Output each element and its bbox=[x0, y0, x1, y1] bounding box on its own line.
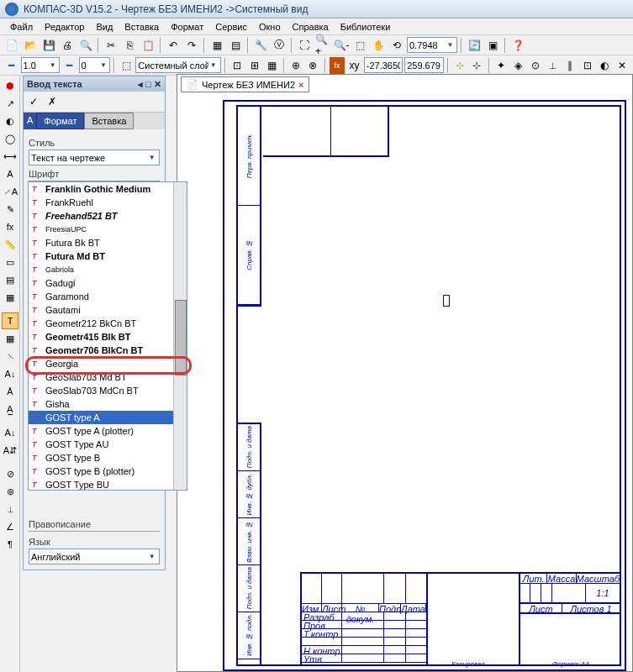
lt-dim-icon[interactable]: ⟷ bbox=[2, 148, 18, 165]
font-option[interactable]: Franklin Gothic Medium bbox=[29, 182, 187, 196]
t5-icon[interactable]: ⊗ bbox=[305, 57, 321, 74]
lt-a1-icon[interactable]: A↓ bbox=[2, 365, 18, 382]
y-combo[interactable] bbox=[404, 57, 443, 73]
lt-spec-icon[interactable]: ▤ bbox=[2, 271, 18, 288]
font-option[interactable]: GOST Type AU bbox=[29, 438, 187, 451]
font-option[interactable]: FreesiaUPC bbox=[29, 223, 187, 236]
menu-Сервис[interactable]: Сервис bbox=[210, 20, 252, 34]
lt-line-icon[interactable]: ⟍ bbox=[2, 348, 18, 365]
snap2-icon[interactable]: ⊹ bbox=[469, 57, 485, 74]
menu-Справка[interactable]: Справка bbox=[287, 20, 334, 34]
font-option[interactable]: Futura Md BT bbox=[29, 249, 187, 263]
zoom-sel-icon[interactable]: ⬚ bbox=[351, 37, 368, 54]
menu-Вставка[interactable]: Вставка bbox=[119, 20, 164, 34]
lt-sel-icon[interactable]: ▭ bbox=[2, 254, 18, 270]
panel-header[interactable]: Ввод текста ◂ □ ✕ bbox=[24, 76, 165, 92]
lt-1-icon[interactable]: ↗ bbox=[2, 95, 18, 112]
snap10-icon[interactable]: ✕ bbox=[615, 57, 630, 74]
style-icon[interactable]: ━ bbox=[61, 57, 77, 74]
snap3-icon[interactable]: ✦ bbox=[493, 57, 509, 74]
font-option[interactable]: Geometr212 BkCn BT bbox=[29, 317, 187, 330]
vars-icon[interactable]: ⓥ bbox=[271, 37, 287, 54]
scroll-thumb[interactable] bbox=[175, 300, 187, 375]
font-option[interactable]: GeoSlab703 Md BT bbox=[29, 370, 187, 384]
lt-c5-icon[interactable]: ¶ bbox=[2, 536, 18, 553]
t3-icon[interactable]: ▦ bbox=[264, 57, 280, 74]
x-combo[interactable] bbox=[364, 57, 403, 73]
menu-Файл[interactable]: Файл bbox=[5, 20, 38, 34]
font-option[interactable]: GOST Type BU bbox=[29, 478, 187, 490]
lt-table-icon[interactable]: ▦ bbox=[2, 330, 18, 347]
lt-meas-icon[interactable]: 📏 bbox=[2, 236, 18, 253]
font-option[interactable]: Gabriola bbox=[29, 263, 187, 276]
help-icon[interactable]: ❓ bbox=[509, 37, 526, 54]
paste-icon[interactable]: 📋 bbox=[140, 37, 156, 54]
zoom-out-icon[interactable]: 🔍- bbox=[333, 37, 350, 54]
font-option[interactable]: Futura Bk BT bbox=[29, 236, 187, 249]
refresh-icon[interactable]: 🔄 bbox=[466, 37, 483, 54]
lt-geom-icon[interactable]: ◯ bbox=[2, 130, 18, 147]
new-icon[interactable]: 📄 bbox=[3, 37, 20, 54]
layer-combo[interactable]: ▼ bbox=[135, 57, 221, 73]
font-option[interactable]: GOST type A bbox=[29, 411, 187, 424]
t2-icon[interactable]: ⊞ bbox=[246, 57, 262, 74]
layer-icon[interactable]: ⬚ bbox=[119, 57, 135, 74]
rotate-icon[interactable]: ⟲ bbox=[388, 37, 405, 54]
lt-rep-icon[interactable]: ▦ bbox=[2, 289, 18, 306]
lt-edit-icon[interactable]: ✎ bbox=[2, 201, 18, 218]
line-style-icon[interactable]: ━ bbox=[3, 57, 19, 74]
lang-input[interactable] bbox=[31, 552, 146, 562]
tool-icon[interactable]: ▤ bbox=[227, 37, 244, 54]
zoom-input[interactable] bbox=[409, 40, 446, 50]
snap7-icon[interactable]: ∥ bbox=[562, 57, 578, 74]
font-option[interactable]: GOST type B (plotter) bbox=[29, 465, 187, 478]
zoom-combo[interactable]: ▼ bbox=[407, 37, 457, 53]
snap9-icon[interactable]: ◐ bbox=[597, 57, 613, 74]
canvas[interactable]: 📄 Чертеж БЕЗ ИМЕНИ2 × Перв. примен.Справ… bbox=[177, 74, 633, 672]
tab-insert[interactable]: Вставка bbox=[84, 113, 134, 129]
val2-combo[interactable]: ▼ bbox=[79, 57, 110, 73]
scrollbar[interactable] bbox=[173, 182, 187, 490]
cancel-icon[interactable]: ✗ bbox=[44, 93, 61, 110]
lt-c3-icon[interactable]: ⟂ bbox=[2, 501, 18, 517]
lt-ac-icon[interactable]: A⇵ bbox=[2, 442, 18, 459]
lt-text2-icon[interactable]: ⟋A bbox=[2, 183, 18, 200]
y-input[interactable] bbox=[407, 60, 440, 71]
preview-icon[interactable]: 🔍 bbox=[77, 37, 94, 54]
menu-Библиотеки[interactable]: Библиотеки bbox=[335, 20, 396, 34]
print-icon[interactable]: 🖨 bbox=[59, 37, 76, 54]
scale-combo[interactable]: ▼ bbox=[21, 57, 60, 73]
ok-icon[interactable]: ✓ bbox=[25, 93, 42, 110]
snap4-icon[interactable]: ◈ bbox=[510, 57, 526, 74]
close-icon[interactable]: × bbox=[298, 80, 303, 90]
font-option[interactable]: Geometr706 BlkCn BT bbox=[29, 344, 187, 357]
layer-input[interactable] bbox=[138, 60, 208, 71]
snap6-icon[interactable]: ⟂ bbox=[545, 57, 561, 74]
copy-icon[interactable]: ⎘ bbox=[121, 37, 138, 54]
snap5-icon[interactable]: ⊙ bbox=[528, 57, 544, 74]
font-option[interactable]: Geometr415 Blk BT bbox=[29, 330, 187, 344]
lt-c2-icon[interactable]: ⊚ bbox=[2, 483, 18, 500]
menu-Вид[interactable]: Вид bbox=[91, 20, 118, 34]
x-input[interactable] bbox=[367, 60, 400, 71]
redo-icon[interactable]: ↷ bbox=[183, 37, 200, 54]
snap8-icon[interactable]: ⊡ bbox=[579, 57, 595, 74]
lt-a2-icon[interactable]: Ā bbox=[2, 383, 18, 400]
undo-icon[interactable]: ↶ bbox=[165, 37, 182, 54]
lt-stop-icon[interactable]: ⬢ bbox=[2, 77, 18, 94]
save-icon[interactable]: 💾 bbox=[40, 37, 57, 54]
font-option[interactable]: Freehand521 BT bbox=[29, 209, 187, 223]
tab-format[interactable]: Формат bbox=[36, 113, 84, 129]
xy-icon[interactable]: xy bbox=[346, 57, 362, 74]
style-combo[interactable]: ▼ bbox=[29, 150, 160, 165]
menu-Окно[interactable]: Окно bbox=[254, 20, 286, 34]
zoom-in-icon[interactable]: 🔍+ bbox=[314, 37, 331, 54]
val2-input[interactable] bbox=[82, 60, 100, 71]
fx-icon[interactable]: fx bbox=[330, 57, 346, 74]
menu-Формат[interactable]: Формат bbox=[166, 20, 208, 34]
lt-c1-icon[interactable]: ⊘ bbox=[2, 465, 18, 482]
tool-icon[interactable]: ▦ bbox=[208, 37, 225, 54]
lang-combo[interactable]: ▼ bbox=[29, 549, 160, 564]
font-option[interactable]: Gadugi bbox=[29, 276, 187, 290]
t4-icon[interactable]: ⊕ bbox=[288, 57, 304, 74]
